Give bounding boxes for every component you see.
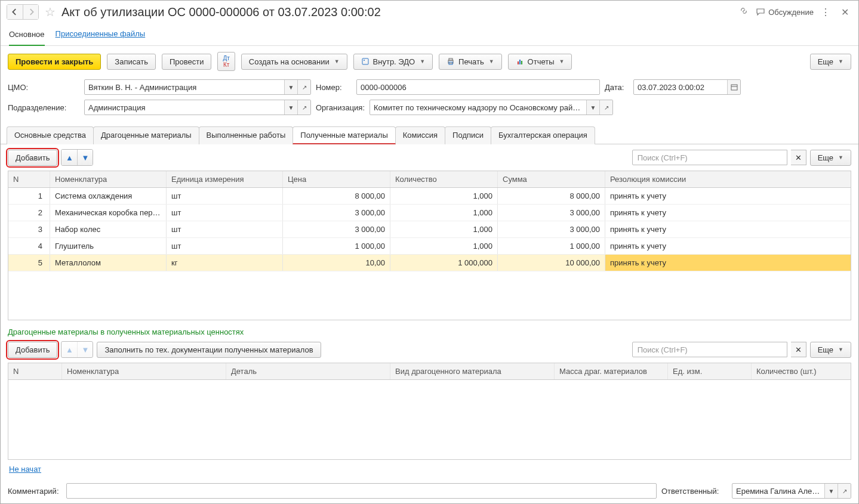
- edo-button[interactable]: Внутр. ЭДО ▼: [353, 54, 433, 70]
- table2-search-field[interactable]: [633, 345, 787, 354]
- create-based-on-label: Создать на основании: [249, 57, 330, 66]
- print-label: Печать: [458, 57, 484, 66]
- cell-qty: 1 000,000: [390, 255, 498, 271]
- table1-search-input[interactable]: [632, 150, 787, 165]
- cell-nom: Набор колес: [50, 221, 167, 237]
- save-button[interactable]: Записать: [107, 54, 156, 70]
- edo-label: Внутр. ЭДО: [373, 57, 415, 66]
- table-row[interactable]: 2Механическая коробка пере...шт3 000,001…: [8, 205, 851, 221]
- tab-fixed-assets[interactable]: Основные средства: [7, 126, 94, 144]
- back-button[interactable]: [7, 5, 23, 19]
- print-button[interactable]: Печать ▼: [439, 54, 502, 70]
- number-label: Номер:: [316, 83, 352, 92]
- reports-button[interactable]: Отчеты ▼: [508, 54, 572, 70]
- cmo-input[interactable]: Вяткин В. Н. - Администрация ▼ ↗: [84, 79, 311, 95]
- open-ref-icon[interactable]: ↗: [599, 100, 612, 115]
- table2-search-clear[interactable]: ✕: [791, 342, 806, 357]
- move-up-button[interactable]: ▲: [61, 150, 77, 165]
- calendar-icon[interactable]: [727, 80, 740, 94]
- number-input[interactable]: 0000-000006: [356, 79, 600, 95]
- tab-signatures[interactable]: Подписи: [445, 126, 491, 144]
- date-value: 03.07.2023 0:00:02: [634, 83, 727, 92]
- date-input[interactable]: 03.07.2023 0:00:02: [633, 79, 741, 95]
- table2-add-button[interactable]: Добавить: [8, 342, 57, 358]
- svg-rect-6: [519, 60, 521, 64]
- discuss-label: Обсуждение: [768, 8, 814, 17]
- table-row[interactable]: 5Металлоломкг10,001 000,00010 000,00прин…: [8, 255, 851, 271]
- col-sum: Сумма: [498, 171, 605, 187]
- cell-unit: кг: [167, 255, 283, 271]
- cell-nom: Механическая коробка пере...: [50, 205, 167, 221]
- open-ref-icon[interactable]: ↗: [838, 484, 851, 498]
- cell-sum: 3 000,00: [498, 205, 605, 221]
- link-icon[interactable]: [735, 6, 752, 18]
- table2-more-button[interactable]: Еще ▼: [810, 342, 851, 358]
- topnav-files[interactable]: Присоединенные файлы: [56, 26, 146, 45]
- move-down-button[interactable]: ▼: [77, 150, 93, 165]
- col2-det: Деталь: [226, 363, 390, 379]
- create-based-on-button[interactable]: Создать на основании ▼: [241, 54, 347, 70]
- col-n: N: [8, 171, 50, 187]
- dropdown-icon[interactable]: ▼: [586, 100, 599, 115]
- cmo-label: ЦМО:: [8, 83, 79, 92]
- cell-sum: 10 000,00: [498, 255, 605, 271]
- tab-performed-works[interactable]: Выполненные работы: [199, 126, 294, 144]
- dept-input[interactable]: Администрация ▼ ↗: [84, 100, 311, 115]
- tab-received-materials[interactable]: Полученные материалы: [293, 126, 396, 144]
- cell-n: 3: [8, 221, 50, 237]
- forward-button[interactable]: [23, 5, 38, 19]
- chevron-down-icon: ▼: [489, 58, 494, 64]
- tab-commission[interactable]: Комиссия: [395, 126, 445, 144]
- svg-rect-7: [521, 61, 522, 64]
- status-link[interactable]: Не начат: [1, 460, 858, 478]
- open-ref-icon[interactable]: ↗: [297, 80, 310, 94]
- dtkt-button[interactable]: ДтКт: [217, 52, 235, 71]
- post-and-close-button[interactable]: Провести и закрыть: [8, 54, 101, 70]
- org-input[interactable]: Комитет по техническому надзору по Осано…: [370, 100, 613, 115]
- svg-rect-0: [362, 58, 368, 64]
- cell-res: принять к учету: [605, 188, 851, 204]
- dropdown-icon[interactable]: ▼: [284, 80, 297, 94]
- col-unit: Единица измерения: [167, 171, 283, 187]
- move-down-button: ▼: [77, 342, 93, 357]
- cell-res: принять к учету: [605, 221, 851, 237]
- number-value: 0000-000006: [357, 83, 599, 92]
- cell-qty: 1,000: [390, 205, 498, 221]
- more-button[interactable]: Еще ▼: [810, 54, 851, 70]
- move-up-button: ▲: [61, 342, 77, 357]
- col2-n: N: [8, 363, 62, 379]
- table2-search-input[interactable]: [632, 342, 787, 357]
- responsible-input[interactable]: Еремина Галина Алексан ▼ ↗: [732, 483, 851, 499]
- cell-qty: 1,000: [390, 221, 498, 237]
- close-icon[interactable]: ✕: [838, 7, 852, 18]
- fill-from-docs-button[interactable]: Заполнить по тех. документации полученны…: [97, 342, 321, 358]
- table1-add-button[interactable]: Добавить: [8, 150, 57, 166]
- col-res: Резолюция комиссии: [605, 171, 851, 187]
- comment-input[interactable]: [66, 483, 657, 499]
- more-menu-icon[interactable]: ⋮: [817, 7, 834, 18]
- cell-unit: шт: [167, 188, 283, 204]
- responsible-value: Еремина Галина Алексан: [732, 487, 824, 496]
- chevron-down-icon: ▼: [334, 58, 340, 64]
- table1-search-clear[interactable]: ✕: [791, 150, 806, 165]
- table1-more-button[interactable]: Еще ▼: [810, 150, 851, 166]
- dropdown-icon[interactable]: ▼: [284, 100, 297, 115]
- table1-search-field[interactable]: [633, 153, 787, 162]
- post-button[interactable]: Провести: [162, 54, 212, 70]
- topnav-main[interactable]: Основное: [9, 26, 45, 46]
- chevron-down-icon: ▼: [838, 154, 843, 160]
- tab-precious-materials[interactable]: Драгоценные материалы: [93, 126, 199, 144]
- favorite-icon[interactable]: ☆: [42, 5, 58, 19]
- cell-price: 1 000,00: [283, 238, 390, 254]
- cell-n: 2: [8, 205, 50, 221]
- discuss-button[interactable]: Обсуждение: [756, 7, 814, 17]
- svg-point-1: [364, 60, 365, 61]
- table-row[interactable]: 3Набор колесшт3 000,001,0003 000,00приня…: [8, 221, 851, 238]
- col-price: Цена: [283, 171, 390, 187]
- tab-accounting[interactable]: Бухгалтерская операция: [491, 126, 595, 144]
- table-row[interactable]: 1Система охлажденияшт8 000,001,0008 000,…: [8, 188, 851, 205]
- table-row[interactable]: 4Глушительшт1 000,001,0001 000,00принять…: [8, 238, 851, 255]
- open-ref-icon[interactable]: ↗: [297, 100, 310, 115]
- dropdown-icon[interactable]: ▼: [824, 484, 838, 498]
- cell-sum: 1 000,00: [498, 238, 605, 254]
